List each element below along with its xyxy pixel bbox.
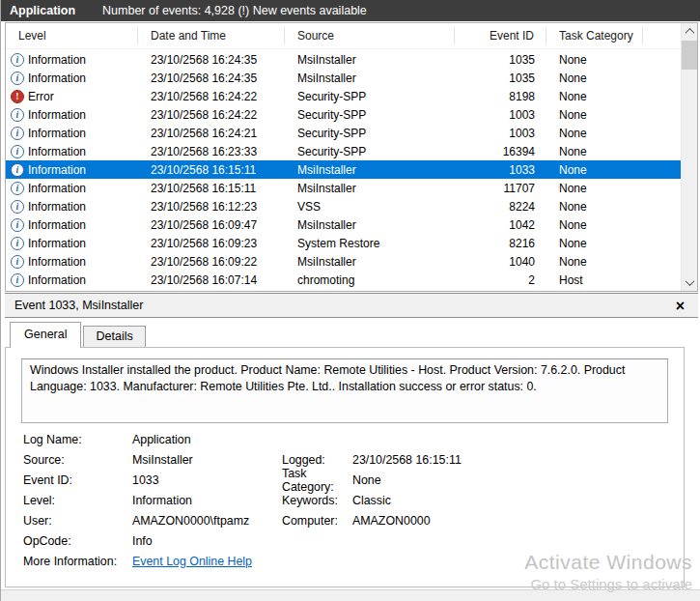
field-row-more-information: More Information: Event Log Online Help [6, 551, 684, 571]
tab-general[interactable]: General [10, 322, 81, 348]
level-cell: Information [28, 182, 86, 195]
information-icon: i [11, 182, 24, 195]
task-category-cell: None [546, 53, 643, 67]
information-icon: i [11, 127, 24, 140]
event-id-cell: 8224 [455, 200, 546, 214]
source-cell: Security-SPP [285, 127, 455, 140]
level-cell: Information [28, 145, 86, 158]
column-header-level[interactable]: Level [6, 27, 138, 44]
scrollbar-thumb[interactable] [682, 41, 698, 70]
user-value: AMAZON0000\ftpamz [132, 514, 282, 528]
table-row[interactable]: i Information 23/10/2568 16:24:35 MsiIns… [6, 50, 681, 69]
event-description: Windows Installer installed the product.… [21, 358, 668, 423]
information-icon: i [11, 218, 24, 232]
level-cell: Information [28, 200, 86, 214]
field-row-opcode: OpCode: Info [6, 530, 684, 551]
tab-details[interactable]: Details [83, 326, 145, 347]
event-log-online-help-link[interactable]: Event Log Online Help [132, 555, 252, 568]
scroll-down-button[interactable] [682, 274, 698, 291]
table-row[interactable]: i Information 23/10/2568 16:24:21 Securi… [6, 124, 681, 142]
task-category-cell: None [546, 182, 643, 195]
level-cell: Information [28, 53, 86, 67]
datetime-cell: 23/10/2568 16:23:33 [138, 145, 285, 158]
log-name-field-label: Log Name: [23, 433, 132, 446]
level-cell: Information [28, 163, 86, 177]
log-header-bar: Application Number of events: 4,928 (!) … [1, 0, 700, 21]
datetime-cell: 23/10/2568 16:24:35 [138, 53, 285, 67]
table-row[interactable]: i Information 23/10/2568 16:12:23 VSS 82… [6, 197, 681, 215]
column-header-date-and-time[interactable]: Date and Time [138, 27, 285, 44]
level-cell: Information [28, 72, 86, 85]
source-value: MsiInstaller [132, 453, 282, 467]
field-row-level: Level: Information Keywords: Classic [6, 490, 684, 510]
task-category-value: None [352, 473, 381, 487]
chevron-up-icon [686, 28, 695, 38]
source-cell: MsiInstaller [285, 53, 455, 67]
information-icon: i [11, 200, 24, 214]
table-row[interactable]: i Information 23/10/2568 16:09:47 MsiIns… [6, 215, 681, 234]
vertical-scrollbar[interactable] [681, 23, 697, 291]
error-icon: ! [11, 90, 24, 103]
table-row[interactable]: i Information 23/10/2568 16:23:33 Securi… [6, 142, 681, 160]
logged-field-label: Logged: [282, 453, 352, 467]
event-id-cell: 1040 [455, 255, 546, 269]
task-category-cell: None [546, 200, 643, 214]
opcode-value: Info [132, 534, 282, 548]
level-cell: Information [28, 255, 86, 269]
level-cell: Information [28, 127, 86, 140]
close-icon[interactable]: × [676, 296, 685, 317]
event-fields: Log Name: Application Source: MsiInstall… [6, 429, 684, 571]
source-cell: MsiInstaller [285, 255, 455, 269]
computer-field-label: Computer: [282, 514, 352, 528]
column-header-label: Date and Time [151, 29, 226, 43]
event-id-cell: 1035 [455, 72, 546, 85]
keywords-value: Classic [352, 494, 391, 507]
source-field-label: Source: [23, 453, 132, 467]
source-cell: MsiInstaller [285, 218, 455, 232]
information-icon: i [11, 237, 24, 250]
event-id-cell: 1035 [455, 53, 546, 67]
datetime-cell: 23/10/2568 16:07:14 [138, 273, 285, 287]
event-table: Level Date and Time Source Event ID Task… [5, 22, 698, 292]
information-icon: i [11, 72, 24, 85]
preview-pane-title: Event 1033, MsiInstaller [14, 299, 143, 312]
table-row[interactable]: i Information 23/10/2568 16:15:11 MsiIns… [6, 179, 681, 197]
scroll-up-button[interactable] [682, 23, 698, 40]
user-field-label: User: [23, 514, 132, 528]
field-row-user: User: AMAZON0000\ftpamz Computer: AMAZON… [6, 510, 684, 530]
information-icon: i [11, 273, 24, 287]
column-header-source[interactable]: Source [285, 27, 455, 44]
column-header-event-id[interactable]: Event ID [455, 27, 546, 44]
opcode-field-label: OpCode: [23, 534, 132, 548]
event-viewer-pane: Application Number of events: 4,928 (!) … [0, 0, 700, 601]
table-row[interactable]: i Information 23/10/2568 16:24:35 MsiIns… [6, 69, 681, 87]
table-row[interactable]: ! Error 23/10/2568 16:24:22 Security-SPP… [6, 87, 681, 105]
information-icon: i [11, 53, 24, 67]
event-id-cell: 2 [455, 273, 546, 287]
table-row[interactable]: i Information 23/10/2568 16:15:11 MsiIns… [6, 160, 681, 179]
event-id-cell: 1003 [455, 127, 546, 140]
logged-value: 23/10/2568 16:15:11 [352, 453, 462, 467]
level-cell: Information [28, 273, 86, 287]
table-row[interactable]: i Information 23/10/2568 16:09:22 MsiIns… [6, 252, 681, 271]
event-id-cell: 8216 [455, 237, 546, 250]
source-cell: MsiInstaller [285, 182, 455, 195]
column-header-task-category[interactable]: Task Category [546, 27, 643, 44]
table-row[interactable]: i Information 23/10/2568 16:09:23 System… [6, 234, 681, 252]
field-row-event-id: Event ID: 1033 Task Category: None [6, 470, 684, 490]
datetime-cell: 23/10/2568 16:09:23 [138, 237, 285, 250]
event-id-field-label: Event ID: [23, 473, 132, 487]
table-row[interactable]: i Information 23/10/2568 16:07:14 chromo… [6, 271, 681, 289]
level-cell: Information [28, 237, 86, 250]
log-name-value: Application [132, 433, 282, 446]
datetime-cell: 23/10/2568 16:24:22 [138, 108, 285, 122]
task-category-cell: None [546, 108, 643, 122]
information-icon: i [11, 145, 24, 158]
information-icon: i [11, 108, 24, 122]
task-category-cell: None [546, 218, 643, 232]
task-category-cell: None [546, 72, 643, 85]
task-category-cell: None [546, 90, 643, 103]
table-row[interactable]: i Information 23/10/2568 16:24:22 Securi… [6, 105, 681, 124]
information-icon: i [11, 163, 24, 177]
keywords-field-label: Keywords: [282, 494, 352, 507]
